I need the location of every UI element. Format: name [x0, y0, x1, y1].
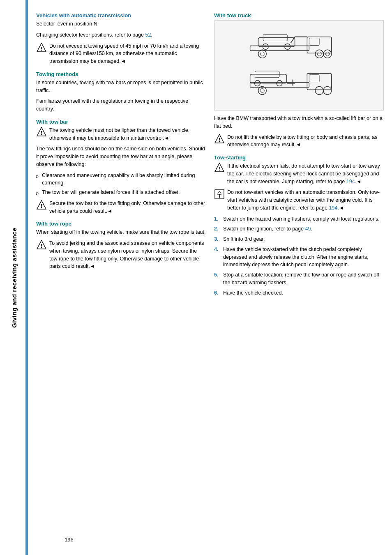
tow-bar-text1: The tow fittings used should be on the s…: [36, 145, 206, 168]
svg-point-12: [260, 52, 264, 56]
towing-methods-text1: In some countries, towing with tow bars …: [36, 79, 206, 94]
bullet-icon: ▷: [36, 173, 39, 179]
sidebar-label: Giving and receiving assistance: [11, 228, 18, 328]
heading-auto-transmission: Vehicles with automatic transmission: [36, 12, 206, 18]
heading-tow-bar: With tow bar: [36, 119, 206, 125]
tow-truck-image: [214, 20, 384, 111]
svg-point-28: [315, 87, 323, 95]
page-number: 196: [65, 537, 74, 543]
step-number: 2.: [214, 225, 220, 233]
warning-tow-bar-2: ! Secure the tow bar to the tow fitting …: [36, 200, 206, 215]
svg-rect-30: [250, 74, 287, 83]
svg-text:!: !: [219, 137, 220, 143]
svg-point-26: [258, 87, 266, 95]
svg-rect-17: [258, 38, 295, 47]
tow-rope-text1: When starting off in the towing vehicle,…: [36, 228, 206, 236]
svg-text:!: !: [41, 46, 42, 52]
tow-truck-text1: Have the BMW transported with a tow truc…: [214, 115, 384, 130]
warning-icon-6: !: [214, 162, 225, 173]
blue-bar: [25, 0, 28, 555]
list-item: 3. Shift into 3rd gear.: [214, 235, 384, 243]
svg-point-15: [323, 50, 332, 58]
tow-truck-svg: [214, 21, 383, 110]
warning-tow-bar-1: ! The towing vehicle must not be lighter…: [36, 127, 206, 142]
svg-text:!: !: [219, 166, 220, 172]
link-page194b[interactable]: 194: [329, 205, 337, 211]
warning-tow-bar-2-text: Secure the tow bar to the tow fitting on…: [49, 200, 206, 215]
list-item: 4. Have the vehicle tow-started with the…: [214, 246, 384, 269]
svg-rect-24: [309, 75, 319, 82]
list-item-text: Clearance and maneuvering capability wil…: [42, 172, 206, 187]
warning-auto-speed-text: Do not exceed a towing speed of 45 mph o…: [49, 42, 206, 65]
svg-point-13: [315, 50, 323, 58]
warning-tow-rope-text: To avoid jerking and the associated stre…: [49, 240, 206, 270]
warning-icon-1: !: [36, 42, 47, 53]
warning-tow-truck-text: Do not lift the vehicle by a tow fitting…: [227, 134, 384, 149]
warning-auto-speed: ! Do not exceed a towing speed of 45 mph…: [36, 42, 206, 65]
svg-text:!: !: [41, 203, 42, 209]
step-text: Have the vehicle tow-started with the cl…: [223, 246, 384, 269]
step-number: 3.: [214, 235, 220, 243]
left-column: Vehicles with automatic transmission Sel…: [36, 12, 206, 543]
heading-tow-truck: With tow truck: [214, 12, 384, 18]
warning-icon-3: !: [36, 200, 47, 210]
step-number: 1.: [214, 215, 220, 223]
step-text: Shift into 3rd gear.: [223, 235, 265, 243]
section-tow-truck: With tow truck: [214, 12, 384, 149]
warning-icon-2: !: [36, 127, 47, 137]
step-text: Have the vehicle checked.: [223, 289, 283, 297]
auto-transmission-text2: Changing selector lever positions, refer…: [36, 31, 206, 39]
towing-methods-text2: Familiarize yourself with the regulation…: [36, 97, 206, 113]
content-area: Vehicles with automatic transmission Sel…: [28, 0, 392, 555]
heading-tow-rope: With tow rope: [36, 221, 206, 227]
list-item: 6. Have the vehicle checked.: [214, 289, 384, 297]
section-tow-rope: With tow rope When starting off in the t…: [36, 221, 206, 270]
step-number: 5.: [214, 271, 220, 287]
warning-tow-start-1: ! If the electrical system fails, do not…: [214, 162, 384, 185]
svg-point-16: [325, 52, 330, 56]
tow-start-steps: 1. Switch on the hazard warning flashers…: [214, 215, 384, 297]
sidebar: Giving and receiving assistance: [0, 0, 28, 555]
link-page49[interactable]: 49: [305, 226, 311, 232]
step-text: Stop at a suitable location, remove the …: [223, 271, 384, 287]
heading-tow-starting: Tow-starting: [214, 154, 384, 161]
step-text: Switch on the hazard warning flashers, c…: [223, 215, 380, 223]
prohibition-text: Do not tow-start vehicles with an automa…: [227, 189, 384, 212]
step-text: Switch on the ignition, refer to page 49…: [223, 225, 312, 233]
svg-point-11: [258, 50, 266, 58]
list-item-text: The tow bar will generate lateral forces…: [42, 189, 180, 196]
right-column: With tow truck: [214, 12, 384, 543]
warning-tow-truck: ! Do not lift the vehicle by a tow fitti…: [214, 134, 384, 149]
page-number-area: 196: [28, 537, 110, 543]
prohibition-icon: [214, 189, 225, 200]
section-tow-starting: Tow-starting ! If the electrical system …: [214, 154, 384, 297]
svg-text:!: !: [41, 130, 42, 136]
section-auto-transmission: Vehicles with automatic transmission Sel…: [36, 12, 206, 65]
list-item: ▷ Clearance and maneuvering capability w…: [36, 172, 206, 187]
step-number: 6.: [214, 289, 220, 297]
prohibition-tow-start: Do not tow-start vehicles with an automa…: [214, 189, 384, 212]
svg-rect-9: [309, 38, 319, 46]
svg-text:!: !: [41, 243, 42, 249]
bullet-icon: ▷: [36, 190, 39, 196]
tow-bar-list: ▷ Clearance and maneuvering capability w…: [36, 172, 206, 196]
link-page194a[interactable]: 194: [346, 179, 355, 184]
step-number: 4.: [214, 246, 220, 269]
link-page52[interactable]: 52: [145, 32, 151, 38]
svg-point-27: [260, 88, 264, 92]
heading-towing-methods: Towing methods: [36, 71, 206, 77]
auto-transmission-text1: Selector lever in position N.: [36, 20, 206, 28]
list-item: 2. Switch on the ignition, refer to page…: [214, 225, 384, 233]
list-item: 5. Stop at a suitable location, remove t…: [214, 271, 384, 287]
list-item: ▷ The tow bar will generate lateral forc…: [36, 189, 206, 196]
warning-tow-bar-1-text: The towing vehicle must not be lighter t…: [49, 127, 206, 142]
list-item: 1. Switch on the hazard warning flashers…: [214, 215, 384, 223]
svg-point-29: [323, 87, 332, 95]
section-towing-methods: Towing methods In some countries, towing…: [36, 71, 206, 113]
warning-tow-rope: ! To avoid jerking and the associated st…: [36, 240, 206, 270]
section-tow-bar: With tow bar ! The towing vehicle must n…: [36, 119, 206, 215]
warning-icon-5: !: [214, 134, 225, 144]
svg-point-14: [317, 52, 321, 56]
svg-marker-42: [217, 191, 221, 194]
warning-icon-4: !: [36, 240, 47, 250]
